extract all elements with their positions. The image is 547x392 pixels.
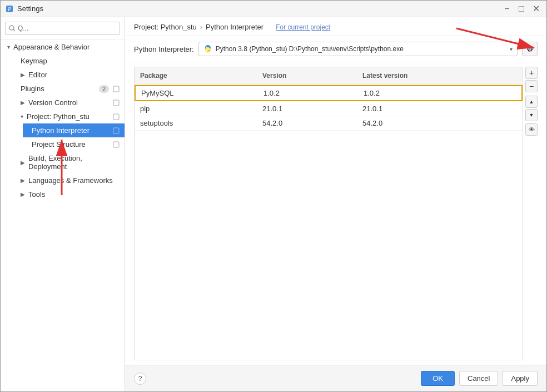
cell-version-1: 1.0.2 (258, 86, 358, 100)
window-title: Settings (17, 4, 43, 13)
window-controls: − □ ✕ (501, 3, 542, 15)
eye-button[interactable]: 👁 (525, 123, 538, 136)
cancel-button[interactable]: Cancel (459, 371, 498, 386)
col-latest: Latest version (357, 70, 523, 82)
bottom-bar: ? OK Cancel Apply (125, 365, 546, 391)
sidebar-item-plugins[interactable]: Plugins 2 (12, 82, 125, 96)
gear-button[interactable]: ⚙ (522, 42, 538, 56)
search-input[interactable] (5, 22, 120, 35)
table-action-buttons: + − ▲ ▼ 👁 (525, 67, 538, 360)
package-area: Package Version Latest version PyMySQL 1… (125, 62, 546, 365)
gear-icon: ⚙ (526, 44, 534, 53)
cell-latest-2: 21.0.1 (357, 102, 523, 116)
sidebar-item-tools[interactable]: ▶ Tools (12, 187, 125, 201)
col-package: Package (135, 70, 257, 82)
breadcrumb-current: Python Interpreter (206, 23, 263, 31)
svg-rect-5 (113, 128, 119, 133)
sidebar-item-version-control[interactable]: ▶ Version Control (12, 96, 125, 110)
cell-package-3: setuptools (135, 116, 257, 130)
svg-point-10 (208, 50, 210, 51)
sidebar-item-editor[interactable]: ▶ Editor (12, 68, 125, 82)
file-icon-interpreter (112, 127, 120, 135)
dropdown-arrow-icon: ▾ (510, 46, 513, 52)
cell-version-2: 21.0.1 (257, 102, 357, 116)
cell-package-2: pip (135, 102, 257, 116)
sidebar: ▾ Appearance & Behavior Keymap ▶ Editor … (1, 17, 125, 391)
sidebar-item-project[interactable]: ▾ Project: Python_stu (12, 110, 125, 123)
interpreter-select[interactable]: Python 3.8 (Python_stu) D:\Python_stu\ve… (198, 42, 518, 56)
plugins-badge: 2 (99, 85, 109, 93)
ok-button[interactable]: OK (421, 371, 455, 386)
add-package-button[interactable]: + (525, 67, 538, 79)
collapse-arrow-editor: ▶ (21, 72, 25, 78)
file-icon-project (112, 113, 120, 121)
collapse-arrow-vc: ▶ (21, 100, 25, 106)
svg-point-8 (205, 47, 211, 53)
file-icon-structure (112, 141, 120, 148)
scroll-down-button[interactable]: ▼ (525, 109, 538, 121)
minimize-button[interactable]: − (501, 3, 513, 15)
cell-version-3: 54.2.0 (257, 116, 357, 130)
file-icon-vc (112, 99, 120, 107)
svg-rect-3 (113, 100, 119, 106)
table-body: PyMySQL 1.0.2 1.0.2 pip 21.0.1 21.0.1 (135, 85, 523, 360)
app-icon: P (5, 4, 14, 13)
table-row[interactable]: pip 21.0.1 21.0.1 (135, 102, 523, 116)
svg-rect-6 (113, 142, 119, 147)
collapse-arrow-build: ▶ (21, 160, 25, 166)
sidebar-item-project-structure[interactable]: Project Structure (23, 137, 125, 151)
help-button[interactable]: ? (134, 373, 146, 385)
maximize-button[interactable]: □ (515, 3, 528, 15)
collapse-arrow-tools: ▶ (21, 191, 25, 197)
table-row[interactable]: PyMySQL 1.0.2 1.0.2 (135, 85, 523, 101)
interpreter-label: Python Interpreter: (134, 45, 194, 53)
cell-latest-1: 1.0.2 (358, 86, 521, 100)
col-version: Version (257, 70, 357, 82)
table-row[interactable]: setuptools 54.2.0 54.2.0 (135, 116, 523, 131)
breadcrumb: Project: Python_stu › Python Interpreter… (125, 17, 546, 36)
sidebar-item-build[interactable]: ▶ Build, Execution, Deployment (12, 151, 125, 173)
file-icon-plugins (112, 85, 120, 93)
apply-button[interactable]: Apply (503, 371, 538, 386)
collapse-arrow-project: ▾ (21, 113, 23, 120)
breadcrumb-link[interactable]: For current project (276, 23, 330, 31)
title-bar: P Settings − □ ✕ (1, 1, 546, 17)
cell-package-1: PyMySQL (136, 86, 258, 100)
search-box (1, 17, 125, 40)
main-content: Project: Python_stu › Python Interpreter… (125, 17, 546, 391)
breadcrumb-separator: › (200, 23, 202, 31)
breadcrumb-project: Project: Python_stu (134, 23, 197, 31)
collapse-arrow-lang: ▶ (21, 177, 25, 183)
sidebar-item-python-interpreter[interactable]: Python Interpreter (23, 123, 125, 137)
python-snake-icon (203, 44, 212, 53)
svg-rect-4 (113, 114, 119, 120)
cell-latest-3: 54.2.0 (357, 116, 523, 130)
interpreter-bar: Python Interpreter: Python 3.8 (Python_s… (125, 36, 546, 62)
sidebar-item-appearance[interactable]: ▾ Appearance & Behavior (1, 40, 125, 54)
scroll-up-button[interactable]: ▲ (525, 96, 538, 108)
close-button[interactable]: ✕ (530, 3, 542, 15)
table-header: Package Version Latest version (135, 67, 523, 85)
sidebar-item-keymap[interactable]: Keymap (12, 54, 125, 68)
svg-point-9 (206, 47, 207, 48)
svg-text:P: P (7, 6, 11, 12)
remove-package-button[interactable]: − (525, 80, 538, 92)
svg-rect-2 (113, 86, 119, 92)
sidebar-item-languages[interactable]: ▶ Languages & Frameworks (12, 173, 125, 187)
package-table: Package Version Latest version PyMySQL 1… (134, 67, 523, 360)
interpreter-value: Python 3.8 (Python_stu) D:\Python_stu\ve… (216, 45, 404, 53)
collapse-arrow: ▾ (7, 44, 10, 50)
